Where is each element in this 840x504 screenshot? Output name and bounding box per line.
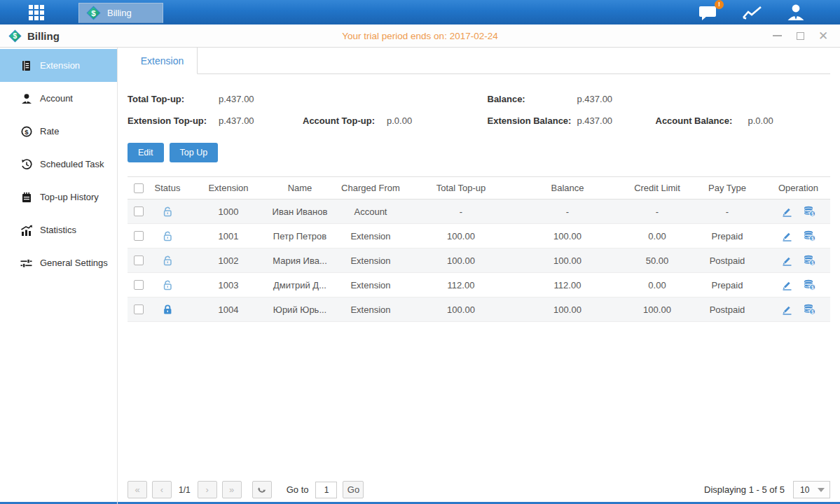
cell-extension: 1002 bbox=[185, 255, 272, 266]
sidebar-item-label: Extension bbox=[40, 60, 80, 71]
cell-pay-type: Postpaid bbox=[688, 255, 766, 266]
row-checkbox[interactable] bbox=[134, 304, 144, 314]
extensions-table: Status Extension Name Charged From Total… bbox=[128, 176, 830, 322]
edit-button[interactable]: Edit bbox=[128, 143, 164, 162]
status-lock-icon[interactable] bbox=[150, 304, 185, 316]
app-grid-icon[interactable] bbox=[24, 0, 49, 25]
notebook-icon bbox=[20, 192, 32, 203]
cell-balance: 100.00 bbox=[509, 255, 626, 266]
tab-strip: Extension bbox=[128, 48, 830, 74]
cell-balance: - bbox=[509, 206, 626, 217]
window-titlebar: $ Billing Your trial period ends on: 201… bbox=[0, 24, 840, 48]
taskbar-tab-billing[interactable]: $ Billing bbox=[78, 3, 163, 23]
cell-total-topup: 100.00 bbox=[413, 255, 509, 266]
next-page-button[interactable]: › bbox=[198, 481, 217, 498]
sidebar-item-statistics[interactable]: Statistics bbox=[0, 214, 117, 246]
first-page-button[interactable]: « bbox=[128, 481, 147, 498]
tab-extension[interactable]: Extension bbox=[128, 48, 198, 74]
cell-balance: 112.00 bbox=[509, 280, 626, 290]
sidebar-item-topup-history[interactable]: Top-up History bbox=[0, 181, 117, 214]
clock-icon bbox=[20, 159, 32, 170]
status-lock-icon[interactable] bbox=[150, 279, 185, 291]
go-button[interactable]: Go bbox=[343, 481, 364, 498]
cell-total-topup: 100.00 bbox=[413, 231, 509, 241]
sidebar-item-rate[interactable]: $ Rate bbox=[0, 115, 117, 148]
col-status: Status bbox=[150, 183, 185, 193]
ledger-icon bbox=[20, 60, 32, 71]
top-up-button[interactable]: Top Up bbox=[170, 143, 219, 162]
edit-pencil-icon[interactable] bbox=[782, 280, 792, 290]
taskbar: $ Billing ! bbox=[0, 0, 840, 24]
goto-page-input[interactable] bbox=[315, 482, 337, 498]
refresh-icon bbox=[257, 485, 266, 494]
extension-topup-label: Extension Top-up: bbox=[128, 115, 219, 126]
svg-text:$: $ bbox=[811, 285, 813, 290]
edit-pencil-icon[interactable] bbox=[782, 206, 792, 217]
select-all-checkbox[interactable] bbox=[134, 183, 144, 193]
top-up-coins-icon[interactable]: $ bbox=[804, 304, 815, 315]
last-page-button[interactable]: » bbox=[222, 481, 242, 498]
cell-charged-from: Extension bbox=[328, 231, 413, 241]
table-row: 1000 Иван Иванов Account - - - - $ bbox=[128, 200, 830, 224]
close-button[interactable]: ✕ bbox=[818, 30, 829, 41]
extension-balance-value: p.437.00 bbox=[577, 115, 656, 126]
maximize-button[interactable] bbox=[794, 30, 806, 41]
col-balance: Balance bbox=[509, 183, 626, 193]
table-row: 1004 Юрий Юрь... Extension 100.00 100.00… bbox=[128, 298, 830, 322]
billing-diamond-icon: $ bbox=[86, 6, 101, 20]
notification-badge: ! bbox=[715, 0, 724, 9]
cell-name: Юрий Юрь... bbox=[272, 304, 328, 315]
cell-total-topup: 112.00 bbox=[413, 280, 509, 290]
messages-icon[interactable]: ! bbox=[698, 4, 718, 21]
sidebar-item-general-settings[interactable]: General Settings bbox=[0, 246, 117, 279]
col-charged-from: Charged From bbox=[328, 183, 413, 193]
page-size-select[interactable]: 10 bbox=[793, 481, 830, 498]
svg-text:$: $ bbox=[811, 260, 813, 266]
cell-credit-limit: 50.00 bbox=[626, 255, 688, 266]
cell-charged-from: Extension bbox=[328, 255, 413, 266]
row-checkbox[interactable] bbox=[134, 255, 144, 265]
balance-value: p.437.00 bbox=[577, 94, 613, 104]
cell-credit-limit: 0.00 bbox=[626, 280, 688, 290]
prev-page-button[interactable]: ‹ bbox=[152, 481, 172, 498]
sidebar-item-extension[interactable]: Extension bbox=[0, 49, 117, 82]
col-operation: Operation bbox=[766, 183, 830, 193]
top-up-coins-icon[interactable]: $ bbox=[804, 279, 815, 290]
reports-icon[interactable] bbox=[742, 5, 763, 20]
total-topup-label: Total Top-up: bbox=[128, 94, 219, 104]
status-lock-icon[interactable] bbox=[150, 255, 185, 267]
coin-icon: $ bbox=[20, 126, 32, 137]
sidebar-item-label: General Settings bbox=[40, 258, 108, 268]
sidebar-item-account[interactable]: Account bbox=[0, 82, 117, 115]
row-checkbox[interactable] bbox=[134, 231, 144, 241]
col-credit-limit: Credit Limit bbox=[626, 183, 688, 193]
trial-notice: Your trial period ends on: 2017-02-24 bbox=[0, 31, 840, 41]
cell-charged-from: Extension bbox=[328, 280, 413, 290]
sidebar: Extension Account $ Rate Scheduled Task bbox=[0, 48, 118, 504]
minimize-button[interactable] bbox=[771, 30, 783, 41]
account-balance-value: p.0.00 bbox=[748, 115, 773, 126]
cell-name: Петр Петров bbox=[272, 231, 328, 241]
user-account-icon[interactable] bbox=[787, 4, 805, 21]
top-up-coins-icon[interactable]: $ bbox=[804, 255, 815, 266]
row-checkbox[interactable] bbox=[134, 206, 144, 216]
table-row: 1002 Мария Ива... Extension 100.00 100.0… bbox=[128, 248, 830, 273]
page-size-value: 10 bbox=[800, 485, 809, 495]
top-up-coins-icon[interactable]: $ bbox=[804, 230, 815, 241]
edit-pencil-icon[interactable] bbox=[782, 304, 792, 315]
status-lock-icon[interactable] bbox=[150, 230, 185, 242]
refresh-button[interactable] bbox=[252, 481, 272, 498]
edit-pencil-icon[interactable] bbox=[782, 255, 792, 266]
edit-pencil-icon[interactable] bbox=[782, 231, 792, 241]
cell-pay-type: Prepaid bbox=[688, 280, 766, 290]
billing-app-icon: $ bbox=[8, 29, 22, 43]
status-lock-icon[interactable] bbox=[150, 206, 185, 218]
cell-pay-type: Postpaid bbox=[688, 304, 766, 315]
sidebar-item-scheduled-task[interactable]: Scheduled Task bbox=[0, 148, 117, 181]
top-up-coins-icon[interactable]: $ bbox=[804, 206, 815, 217]
sidebar-item-label: Rate bbox=[40, 126, 59, 136]
pagination-bar: « ‹ 1/1 › » Go to Go Displaying bbox=[128, 481, 830, 498]
person-silhouette-icon bbox=[787, 4, 805, 21]
row-checkbox[interactable] bbox=[134, 280, 144, 290]
balance-label: Balance: bbox=[488, 94, 577, 104]
